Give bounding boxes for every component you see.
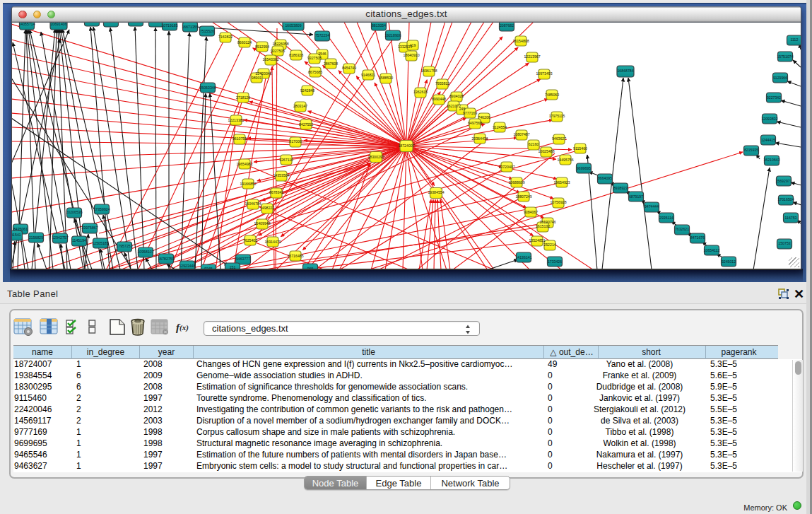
svg-text:9242848: 9242848 bbox=[300, 88, 314, 93]
svg-text:10654112: 10654112 bbox=[704, 248, 720, 252]
svg-text:18640910: 18640910 bbox=[403, 53, 419, 57]
svg-text:18807249: 18807249 bbox=[515, 194, 531, 199]
svg-text:10958107: 10958107 bbox=[137, 250, 153, 254]
svg-text:1527602: 1527602 bbox=[129, 23, 143, 23]
svg-text:18226058: 18226058 bbox=[272, 42, 288, 46]
svg-text:1733426: 1733426 bbox=[548, 259, 562, 264]
svg-text:23975867: 23975867 bbox=[81, 226, 98, 230]
svg-text:12505185: 12505185 bbox=[92, 241, 108, 245]
svg-text:17957253: 17957253 bbox=[116, 244, 132, 248]
svg-text:9474444: 9474444 bbox=[645, 204, 659, 209]
svg-text:18300295: 18300295 bbox=[367, 155, 384, 159]
svg-text:9146821: 9146821 bbox=[361, 73, 375, 77]
svg-text:10973493: 10973493 bbox=[536, 71, 552, 76]
svg-text:6934028: 6934028 bbox=[449, 94, 464, 98]
svg-text:14055714: 14055714 bbox=[18, 23, 35, 26]
svg-text:12213382: 12213382 bbox=[228, 118, 244, 122]
svg-text:13720407: 13720407 bbox=[498, 165, 514, 169]
svg-text:20364436: 20364436 bbox=[471, 136, 488, 141]
svg-text:19654923: 19654923 bbox=[553, 180, 570, 185]
svg-text:9610755: 9610755 bbox=[233, 136, 247, 141]
svg-text:9227342: 9227342 bbox=[767, 95, 781, 100]
svg-text:98901: 98901 bbox=[252, 76, 262, 80]
svg-text:19218906: 19218906 bbox=[384, 33, 401, 37]
svg-text:(x): (x) bbox=[180, 323, 189, 332]
svg-text:9777169: 9777169 bbox=[463, 111, 477, 115]
svg-text:16210643: 16210643 bbox=[763, 158, 779, 162]
svg-text:19166852: 19166852 bbox=[240, 182, 256, 186]
svg-text:9384067: 9384067 bbox=[524, 210, 538, 214]
svg-text:252214: 252214 bbox=[543, 243, 555, 247]
svg-text:16961758: 16961758 bbox=[420, 69, 437, 73]
svg-text:3124554: 3124554 bbox=[493, 125, 507, 129]
svg-text:419: 419 bbox=[410, 43, 416, 47]
svg-text:1244415: 1244415 bbox=[761, 138, 775, 142]
svg-text:1615132: 1615132 bbox=[536, 224, 550, 228]
svg-text:1498222: 1498222 bbox=[260, 206, 274, 210]
svg-text:9245: 9245 bbox=[204, 267, 213, 270]
svg-text:17016504: 17016504 bbox=[777, 197, 794, 201]
svg-text:2087682: 2087682 bbox=[500, 23, 514, 28]
svg-text:10807487: 10807487 bbox=[513, 132, 529, 136]
svg-text:25053346: 25053346 bbox=[199, 86, 216, 90]
svg-text:10756928: 10756928 bbox=[550, 200, 566, 204]
svg-text:817006: 817006 bbox=[289, 139, 301, 144]
svg-text:10025488: 10025488 bbox=[538, 149, 554, 153]
svg-text:12923448: 12923448 bbox=[179, 264, 195, 268]
svg-text:12093832: 12093832 bbox=[761, 117, 777, 121]
svg-text:8454749: 8454749 bbox=[342, 66, 356, 70]
svg-text:14353504: 14353504 bbox=[273, 173, 289, 177]
svg-text:12942757: 12942757 bbox=[52, 235, 68, 240]
svg-text:8660124: 8660124 bbox=[237, 40, 252, 45]
svg-text:8186328: 8186328 bbox=[289, 53, 303, 57]
svg-text:20691406: 20691406 bbox=[50, 23, 66, 26]
svg-text:116753: 116753 bbox=[785, 216, 797, 220]
svg-text:9129966: 9129966 bbox=[773, 76, 787, 80]
svg-text:16154808: 16154808 bbox=[512, 39, 529, 43]
svg-text:8215935: 8215935 bbox=[744, 148, 758, 152]
svg-text:16914479: 16914479 bbox=[264, 240, 281, 244]
svg-text:7485063: 7485063 bbox=[545, 93, 559, 97]
svg-text:746206: 746206 bbox=[478, 115, 490, 119]
svg-text:14136141: 14136141 bbox=[515, 255, 531, 259]
svg-text:2156829: 2156829 bbox=[29, 235, 43, 240]
svg-text:1112: 1112 bbox=[791, 37, 799, 42]
svg-text:15409948: 15409948 bbox=[254, 221, 270, 226]
svg-text:20206536: 20206536 bbox=[66, 210, 82, 214]
svg-text:15751074: 15751074 bbox=[777, 54, 793, 59]
svg-text:17009731: 17009731 bbox=[83, 23, 100, 23]
svg-text:14495756: 14495756 bbox=[557, 158, 573, 162]
svg-text:8664095: 8664095 bbox=[598, 176, 612, 180]
svg-text:13524851: 13524851 bbox=[529, 238, 545, 243]
svg-text:10719185: 10719185 bbox=[161, 23, 177, 28]
svg-text:2935114: 2935114 bbox=[659, 216, 673, 220]
svg-text:8675685: 8675685 bbox=[308, 70, 322, 74]
svg-text:2867608: 2867608 bbox=[324, 62, 338, 66]
svg-text:17975115: 17975115 bbox=[549, 114, 565, 118]
svg-text:8471676: 8471676 bbox=[690, 235, 705, 240]
svg-text:8990448: 8990448 bbox=[432, 97, 446, 101]
svg-text:8813054: 8813054 bbox=[372, 23, 386, 28]
svg-text:8435061: 8435061 bbox=[13, 227, 28, 231]
svg-text:2803147: 2803147 bbox=[293, 104, 307, 108]
svg-text:16848784: 16848784 bbox=[617, 69, 633, 73]
svg-text:10688609: 10688609 bbox=[508, 180, 524, 185]
svg-text:9327505: 9327505 bbox=[307, 56, 322, 60]
svg-text:151: 151 bbox=[230, 265, 236, 269]
svg-text:9327505: 9327505 bbox=[271, 49, 285, 53]
svg-text:1145194: 1145194 bbox=[72, 238, 86, 243]
svg-text:391541: 391541 bbox=[12, 233, 21, 237]
svg-text:17359924: 17359924 bbox=[93, 207, 110, 211]
svg-text:7625402: 7625402 bbox=[243, 238, 257, 243]
svg-text:19654982: 19654982 bbox=[236, 162, 252, 166]
svg-text:7955812: 7955812 bbox=[435, 81, 449, 86]
svg-text:9115460: 9115460 bbox=[573, 146, 587, 151]
svg-text:6879197: 6879197 bbox=[629, 194, 643, 199]
svg-text:150753: 150753 bbox=[778, 241, 790, 245]
svg-text:9463627: 9463627 bbox=[552, 136, 566, 141]
svg-text:965: 965 bbox=[307, 267, 314, 270]
svg-text:1362615: 1362615 bbox=[413, 90, 428, 94]
svg-text:12213967: 12213967 bbox=[524, 54, 540, 59]
svg-text:2718126: 2718126 bbox=[236, 95, 250, 100]
svg-text:8938923: 8938923 bbox=[613, 186, 628, 190]
